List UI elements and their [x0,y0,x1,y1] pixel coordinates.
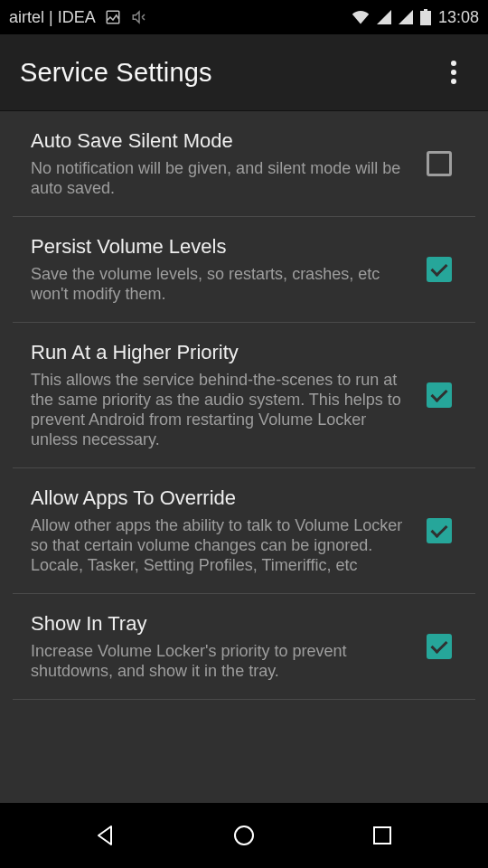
pref-title: Persist Volume Levels [31,235,408,259]
svg-point-5 [451,79,456,84]
svg-rect-2 [424,9,427,11]
pref-summary: Increase Volume Locker's priority to pre… [31,641,408,681]
pref-texts: Run At a Higher Priority This allows the… [31,341,408,449]
checkbox[interactable] [427,518,452,543]
pref-persist-volume-levels[interactable]: Persist Volume Levels Save the volume le… [0,217,488,322]
image-icon [105,9,121,25]
pref-title: Show In Tray [31,612,408,636]
pref-summary: Allow other apps the ability to talk to … [31,515,408,575]
svg-rect-1 [420,11,431,25]
clock-label: 13:08 [438,8,479,27]
pref-summary: Save the volume levels, so restarts, cra… [31,264,408,304]
home-icon [231,823,257,848]
statusbar: airtel | IDEA 13:08 [0,0,488,34]
page-title: Service Settings [20,58,212,88]
statusbar-right: 13:08 [352,8,479,27]
checkbox[interactable] [427,151,452,176]
overflow-menu-button[interactable] [432,51,475,94]
wifi-icon [352,10,370,24]
battery-icon [420,9,431,25]
preferences-list: Auto Save Silent Mode No notification wi… [0,111,488,803]
navigation-bar [0,803,488,868]
checkbox[interactable] [427,257,452,282]
mute-icon [130,9,148,25]
signal-icon-2 [399,10,413,24]
recents-icon [371,824,394,847]
divider [13,699,475,700]
pref-summary: No notification will be given, and silen… [31,158,408,198]
overflow-dots-icon [451,61,456,84]
pref-texts: Persist Volume Levels Save the volume le… [31,235,408,304]
statusbar-left: airtel | IDEA [9,8,148,27]
pref-title: Run At a Higher Priority [31,341,408,364]
pref-title: Allow Apps To Override [31,486,408,510]
pref-texts: Auto Save Silent Mode No notification wi… [31,129,408,198]
checkbox[interactable] [427,634,452,659]
pref-auto-save-silent-mode[interactable]: Auto Save Silent Mode No notification wi… [0,111,488,216]
svg-point-6 [235,826,253,844]
pref-show-in-tray[interactable]: Show In Tray Increase Volume Locker's pr… [0,594,488,699]
pref-run-higher-priority[interactable]: Run At a Higher Priority This allows the… [0,323,488,467]
actionbar: Service Settings [0,34,488,111]
home-button[interactable] [208,814,280,857]
pref-allow-apps-override[interactable]: Allow Apps To Override Allow other apps … [0,468,488,593]
pref-title: Auto Save Silent Mode [31,129,408,153]
app-content: Service Settings Auto Save Silent Mode N… [0,34,488,803]
recents-button[interactable] [346,814,418,857]
back-button[interactable] [70,814,142,857]
svg-point-4 [451,70,456,75]
back-icon [93,823,118,848]
pref-texts: Show In Tray Increase Volume Locker's pr… [31,612,408,681]
signal-icon-1 [377,10,391,24]
svg-point-3 [451,61,456,66]
checkbox[interactable] [427,382,452,408]
pref-texts: Allow Apps To Override Allow other apps … [31,486,408,575]
carrier-label: airtel | IDEA [9,8,96,27]
svg-rect-7 [374,827,390,844]
pref-summary: This allows the service behind-the-scene… [31,370,408,449]
